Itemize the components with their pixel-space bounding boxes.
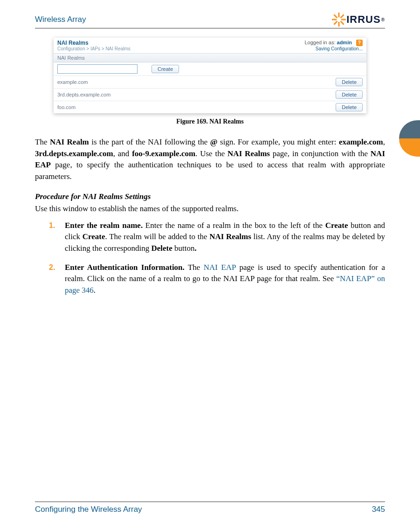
step-1: 1. Enter the realm name. Enter the name … xyxy=(49,220,385,255)
step-2: 2. Enter Authentication Information. The… xyxy=(49,262,385,296)
figure-caption: Figure 169. NAI Realms xyxy=(35,118,385,125)
delete-button[interactable]: Delete xyxy=(336,103,363,111)
procedure-heading: Procedure for NAI Realms Settings xyxy=(35,192,385,201)
nai-realms-panel: NAI Realms Logged in as: admin ? Configu… xyxy=(54,38,366,113)
realm-link[interactable]: foo.com xyxy=(57,104,76,110)
table-row: foo.com Delete xyxy=(54,101,366,113)
side-tab-icon xyxy=(399,120,420,157)
logo-text: IRRUS xyxy=(346,14,380,26)
page-number: 345 xyxy=(372,505,385,514)
realm-name-input[interactable] xyxy=(57,64,138,74)
step-number: 2. xyxy=(49,262,55,273)
header-title: Wireless Array xyxy=(35,15,86,24)
footer-section: Configuring the Wireless Array xyxy=(35,505,142,514)
panel-title: NAI Realms xyxy=(57,40,89,46)
table-row: 3rd.depts.example.com Delete xyxy=(54,89,366,101)
table-row: example.com Delete xyxy=(54,76,366,89)
delete-button[interactable]: Delete xyxy=(336,90,363,99)
registered-mark: ® xyxy=(381,17,385,22)
realm-link[interactable]: 3rd.depts.example.com xyxy=(57,92,110,97)
intro-paragraph: The NAI Realm is the part of the NAI fol… xyxy=(35,137,385,183)
breadcrumb: Configuration > IAPs > NAI Realms xyxy=(57,46,131,51)
login-prefix: Logged in as: xyxy=(304,40,337,45)
page-header: Wireless Array IRRUS ® xyxy=(35,13,385,28)
nai-eap-link[interactable]: NAI EAP xyxy=(204,263,236,272)
create-row: Create xyxy=(54,62,366,76)
realm-link[interactable]: example.com xyxy=(57,79,88,85)
procedure-intro: Use this window to establish the names o… xyxy=(35,204,385,213)
help-icon[interactable]: ? xyxy=(356,40,363,46)
delete-button[interactable]: Delete xyxy=(336,78,363,86)
list-header: NAI Realms xyxy=(54,53,366,62)
brand-logo: IRRUS ® xyxy=(332,13,385,26)
login-status: Logged in as: admin ? xyxy=(304,40,363,46)
page-footer: Configuring the Wireless Array 345 xyxy=(35,502,385,514)
login-user: admin xyxy=(337,40,352,45)
create-button[interactable]: Create xyxy=(151,65,179,73)
logo-burst-icon xyxy=(332,13,345,26)
step-number: 1. xyxy=(49,220,55,231)
saving-status: Saving Configuration... xyxy=(316,46,363,51)
